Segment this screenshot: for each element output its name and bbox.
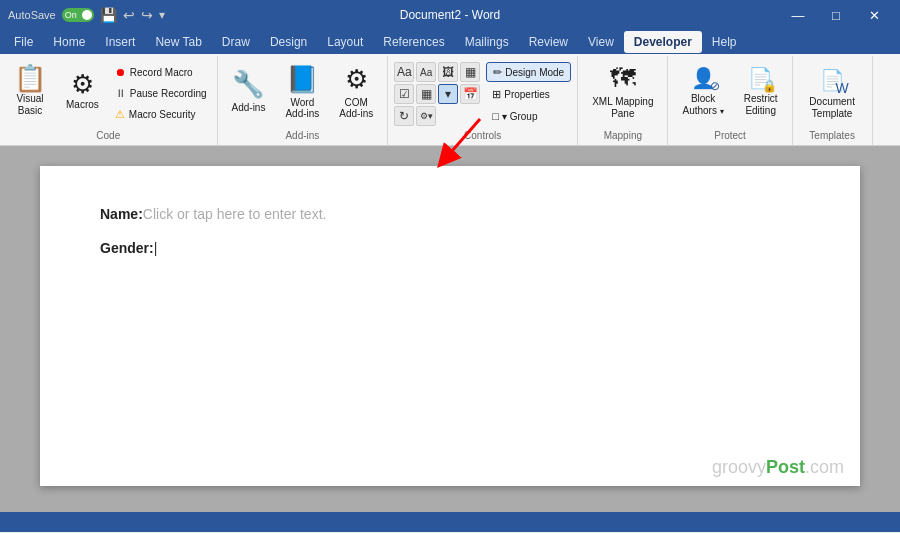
properties-icon: ⊞ <box>492 88 501 101</box>
mapping-content: 🗺 XML MappingPane <box>584 58 661 128</box>
add-ins-button[interactable]: 🔧 Add-ins <box>224 58 274 124</box>
block-authors-icon: 👤 ⊘ <box>691 65 716 91</box>
combo-ctrl-icon[interactable]: ▦ <box>416 84 436 104</box>
ribbon-group-protect: 👤 ⊘ BlockAuthors ▾ 📄 🔒 RestrictEditing P… <box>668 56 792 145</box>
group-button[interactable]: □ ▾ Group <box>486 106 571 126</box>
com-add-ins-label: COMAdd-ins <box>339 97 373 119</box>
menu-layout[interactable]: Layout <box>317 31 373 53</box>
menu-help[interactable]: Help <box>702 31 747 53</box>
controls-content: Aa Aa 🖼 ▦ ☑ ▦ ▾ 📅 ↻ ⚙▾ <box>394 60 571 128</box>
macro-security-label: Macro Security <box>129 109 196 120</box>
code-group-content: 📋 VisualBasic ⚙ Macros ⏺ Record Macro ⏸ … <box>6 58 211 128</box>
title-bar: AutoSave On 💾 ↩ ↪ ▾ Document2 - Word — □… <box>0 0 900 30</box>
building-block-ctrl-icon[interactable]: ▦ <box>460 62 480 82</box>
minimize-button[interactable]: — <box>780 0 816 30</box>
document-template-button[interactable]: 📄 W DocumentTemplate <box>801 58 863 124</box>
menu-insert[interactable]: Insert <box>95 31 145 53</box>
record-macro-button[interactable]: ⏺ Record Macro <box>111 62 211 82</box>
word-add-ins-button[interactable]: 📘 WordAdd-ins <box>277 58 327 124</box>
com-add-ins-button[interactable]: ⚙ COMAdd-ins <box>331 58 381 124</box>
restrict-editing-button[interactable]: 📄 🔒 RestrictEditing <box>736 58 786 124</box>
menu-file[interactable]: File <box>4 31 43 53</box>
design-mode-icon: ✏ <box>493 66 502 79</box>
pause-recording-button[interactable]: ⏸ Pause Recording <box>111 83 211 103</box>
xml-mapping-label: XML MappingPane <box>592 96 653 120</box>
visual-basic-label: VisualBasic <box>16 93 43 117</box>
macros-label: Macros <box>66 99 99 111</box>
close-button[interactable]: ✕ <box>856 0 892 30</box>
controls-row-3: ↻ ⚙▾ <box>394 106 480 126</box>
add-ins-label: Add-ins <box>232 102 266 113</box>
menu-new-tab[interactable]: New Tab <box>145 31 211 53</box>
autosave-toggle[interactable]: On <box>62 8 94 22</box>
design-mode-button[interactable]: ✏ Design Mode <box>486 62 571 82</box>
branding-accent: Post <box>766 457 805 477</box>
document-template-icon: 📄 W <box>820 63 845 94</box>
xml-mapping-button[interactable]: 🗺 XML MappingPane <box>584 58 661 124</box>
ribbon: 📋 VisualBasic ⚙ Macros ⏺ Record Macro ⏸ … <box>0 54 900 146</box>
gender-label: Gender: <box>100 240 154 256</box>
addins-group-label: Add-ins <box>285 128 319 143</box>
properties-label: Properties <box>504 89 550 100</box>
protect-content: 👤 ⊘ BlockAuthors ▾ 📄 🔒 RestrictEditing <box>674 58 785 128</box>
controls-row-2: ☑ ▦ ▾ 📅 <box>394 84 480 104</box>
menu-home[interactable]: Home <box>43 31 95 53</box>
controls-icon-grid: Aa Aa 🖼 ▦ ☑ ▦ ▾ 📅 ↻ ⚙▾ <box>394 62 480 126</box>
code-group-label: Code <box>96 128 120 143</box>
branding: groovyPost.com <box>712 457 844 478</box>
word-add-ins-label: WordAdd-ins <box>285 97 319 119</box>
visual-basic-icon: 📋 <box>14 65 46 91</box>
doc-line-gender: Gender: | <box>100 240 800 256</box>
word-add-ins-icon: 📘 <box>286 64 318 95</box>
visual-basic-button[interactable]: 📋 VisualBasic <box>6 58 54 124</box>
menu-developer[interactable]: Developer <box>624 31 702 53</box>
redo-icon[interactable]: ↪ <box>141 7 153 23</box>
ribbon-group-controls: Aa Aa 🖼 ▦ ☑ ▦ ▾ 📅 ↻ ⚙▾ <box>388 56 578 145</box>
menu-view[interactable]: View <box>578 31 624 53</box>
controls-group-label: Controls <box>464 128 501 143</box>
addins-group-content: 🔧 Add-ins 📘 WordAdd-ins ⚙ COMAdd-ins <box>224 58 382 128</box>
macros-button[interactable]: ⚙ Macros <box>58 58 107 124</box>
rich-text-ctrl-icon[interactable]: Aa <box>394 62 414 82</box>
code-small-buttons: ⏺ Record Macro ⏸ Pause Recording ⚠ Macro… <box>111 62 211 124</box>
checkbox-ctrl-icon[interactable]: ☑ <box>394 84 414 104</box>
ribbon-group-templates: 📄 W DocumentTemplate Templates <box>793 56 873 145</box>
undo-icon[interactable]: ↩ <box>123 7 135 23</box>
autosave-state: On <box>65 10 77 20</box>
image-ctrl-icon[interactable]: 🖼 <box>438 62 458 82</box>
group-icon: □ <box>492 110 499 122</box>
dropdown-ctrl-icon[interactable]: ▾ <box>438 84 458 104</box>
menu-review[interactable]: Review <box>519 31 578 53</box>
save-icon[interactable]: 💾 <box>100 7 117 23</box>
menu-design[interactable]: Design <box>260 31 317 53</box>
customize-qat-icon[interactable]: ▾ <box>159 8 165 22</box>
plain-text-ctrl-icon[interactable]: Aa <box>416 62 436 82</box>
document-page[interactable]: Name: Click or tap here to enter text. G… <box>40 166 860 486</box>
properties-button[interactable]: ⊞ Properties <box>486 84 571 104</box>
controls-side-buttons: ✏ Design Mode ⊞ Properties □ ▾ Group <box>486 62 571 126</box>
status-bar <box>0 512 900 532</box>
ribbon-group-addins: 🔧 Add-ins 📘 WordAdd-ins ⚙ COMAdd-ins Add… <box>218 56 389 145</box>
pause-recording-icon: ⏸ <box>115 87 126 99</box>
menu-mailings[interactable]: Mailings <box>455 31 519 53</box>
date-ctrl-icon[interactable]: 📅 <box>460 84 480 104</box>
block-authors-button[interactable]: 👤 ⊘ BlockAuthors ▾ <box>674 58 731 124</box>
macros-icon: ⚙ <box>71 71 94 97</box>
menu-references[interactable]: References <box>373 31 454 53</box>
repeating-section-ctrl-icon[interactable]: ↻ <box>394 106 414 126</box>
legacy-ctrl-icon[interactable]: ⚙▾ <box>416 106 436 126</box>
document-container: Name: Click or tap here to enter text. G… <box>0 146 900 512</box>
autosave-knob <box>82 10 92 20</box>
document-template-label: DocumentTemplate <box>809 96 855 120</box>
add-ins-icon: 🔧 <box>232 69 264 100</box>
record-macro-label: Record Macro <box>130 67 193 78</box>
menu-draw[interactable]: Draw <box>212 31 260 53</box>
macro-security-icon: ⚠ <box>115 108 125 121</box>
group-label: ▾ Group <box>502 111 538 122</box>
document-title: Document2 - Word <box>400 8 500 22</box>
ribbon-group-mapping: 🗺 XML MappingPane Mapping <box>578 56 668 145</box>
maximize-button[interactable]: □ <box>818 0 854 30</box>
title-bar-left: AutoSave On 💾 ↩ ↪ ▾ <box>8 7 165 23</box>
macro-security-button[interactable]: ⚠ Macro Security <box>111 104 211 124</box>
templates-group-label: Templates <box>809 128 855 143</box>
